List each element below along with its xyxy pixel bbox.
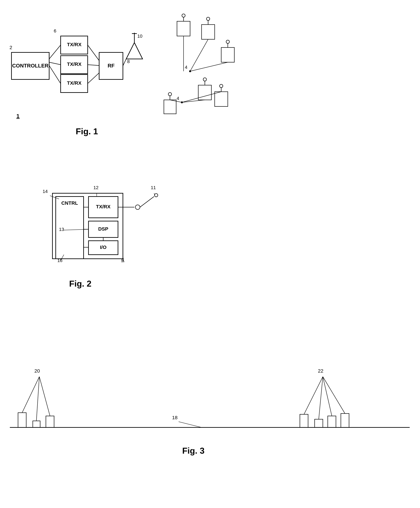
svg-line-103	[323, 377, 345, 413]
svg-text:8: 8	[127, 59, 130, 64]
svg-rect-87	[18, 413, 26, 427]
svg-rect-34	[202, 25, 215, 39]
svg-text:12: 12	[93, 185, 98, 190]
svg-text:1: 1	[16, 113, 20, 119]
svg-line-18	[88, 65, 99, 66]
svg-line-20	[123, 59, 126, 66]
svg-point-72	[155, 194, 158, 197]
svg-line-92	[39, 377, 50, 416]
svg-line-55	[182, 92, 221, 102]
svg-line-78	[64, 229, 89, 230]
svg-text:TX/RX: TX/RX	[67, 80, 82, 86]
svg-line-15	[49, 62, 61, 65]
svg-line-37	[190, 39, 208, 71]
svg-point-70	[135, 205, 140, 209]
svg-rect-96	[300, 414, 308, 427]
svg-text:4: 4	[177, 96, 179, 101]
svg-rect-89	[46, 416, 54, 427]
svg-point-32	[182, 14, 185, 17]
svg-point-40	[226, 40, 229, 43]
svg-line-102	[323, 377, 332, 416]
svg-line-71	[140, 197, 154, 207]
page: CONTROLLER TX/RX TX/RX TX/RX RF 2 6 8	[0, 0, 420, 508]
svg-line-14	[49, 45, 61, 59]
svg-rect-97	[315, 419, 323, 427]
svg-text:TX/RX: TX/RX	[67, 42, 82, 47]
svg-text:DSP: DSP	[98, 226, 108, 232]
svg-rect-88	[33, 421, 40, 427]
fig3-diagram: 20 18 22 Fig. 3	[5, 357, 415, 464]
fig1-diagram: CONTROLLER TX/RX TX/RX TX/RX RF 2 6 8	[5, 5, 300, 142]
svg-text:2: 2	[9, 45, 12, 50]
svg-line-41	[190, 62, 228, 71]
svg-text:20: 20	[34, 368, 40, 374]
svg-line-17	[88, 45, 99, 61]
svg-text:TX/RX: TX/RX	[96, 204, 111, 209]
svg-text:18: 18	[172, 415, 178, 420]
svg-line-91	[36, 377, 39, 421]
svg-text:6: 6	[54, 28, 56, 33]
svg-text:I/O: I/O	[100, 244, 106, 250]
svg-text:TX/RX: TX/RX	[67, 61, 82, 67]
svg-text:10: 10	[137, 34, 142, 39]
svg-text:CONTROLLER: CONTROLLER	[12, 63, 48, 69]
svg-line-90	[22, 377, 39, 413]
svg-line-19	[88, 73, 99, 83]
fig2-diagram: CNTRL TX/RX DSP I/O 14 12 13	[10, 172, 256, 295]
svg-rect-99	[341, 413, 349, 427]
svg-text:22: 22	[318, 368, 323, 374]
svg-line-101	[319, 377, 323, 419]
svg-rect-30	[177, 21, 190, 36]
svg-rect-38	[221, 47, 234, 62]
svg-line-51	[182, 100, 205, 102]
svg-point-54	[220, 84, 223, 88]
svg-text:Fig. 1: Fig. 1	[76, 127, 98, 136]
svg-text:RF: RF	[108, 63, 115, 69]
svg-text:14: 14	[43, 189, 48, 194]
svg-rect-52	[215, 92, 228, 106]
svg-rect-44	[164, 100, 176, 114]
svg-text:Fig. 2: Fig. 2	[69, 279, 91, 288]
svg-point-46	[168, 93, 172, 96]
svg-text:Fig. 3: Fig. 3	[182, 446, 204, 456]
svg-line-95	[179, 422, 202, 427]
svg-marker-10	[126, 43, 142, 59]
svg-text:4: 4	[121, 257, 124, 262]
svg-rect-98	[328, 416, 336, 427]
svg-text:11: 11	[151, 185, 156, 190]
svg-text:13: 13	[59, 227, 64, 232]
svg-line-100	[304, 377, 323, 414]
svg-text:4: 4	[185, 65, 188, 70]
svg-line-16	[49, 66, 61, 83]
svg-point-36	[206, 17, 210, 21]
svg-rect-48	[198, 85, 211, 100]
svg-point-50	[203, 78, 206, 81]
svg-text:CNTRL: CNTRL	[61, 200, 78, 206]
